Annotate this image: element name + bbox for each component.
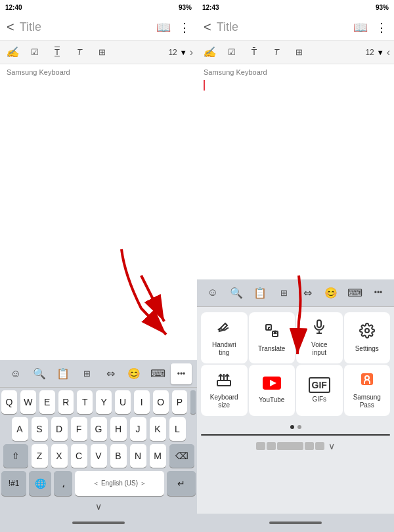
font-size-left[interactable]: 12 <box>168 48 177 57</box>
svg-rect-5 <box>317 320 321 327</box>
book-icon-right[interactable]: 📖 <box>353 20 368 35</box>
keyboard-expanded-panel: Handwriting Translate <box>197 307 394 514</box>
key-y[interactable]: Y <box>96 390 112 414</box>
table-tool-left[interactable]: ⊞ <box>93 44 110 61</box>
emoji-button-right[interactable]: ☺ <box>202 282 223 303</box>
key-x[interactable]: X <box>51 444 68 468</box>
back-button-right[interactable]: < <box>204 20 211 35</box>
sticker-button-left[interactable]: 😊 <box>123 363 144 384</box>
search-button-right[interactable]: 🔍 <box>226 282 247 303</box>
more-button-left[interactable]: ••• <box>171 363 192 384</box>
book-icon-left[interactable]: 📖 <box>156 20 171 35</box>
key-p[interactable]: P <box>172 390 188 414</box>
key-enter[interactable]: ↵ <box>167 471 196 496</box>
more-button-right[interactable]: ••• <box>368 282 389 303</box>
page-dots <box>197 421 394 432</box>
key-d[interactable]: D <box>51 417 68 441</box>
key-shift[interactable]: ⇧ <box>3 444 28 468</box>
kb-item-settings[interactable]: Settings <box>344 312 391 363</box>
back-button-left[interactable]: < <box>7 20 14 35</box>
emoji-button-left[interactable]: ☺ <box>5 363 26 384</box>
key-r[interactable]: R <box>58 390 74 414</box>
kb-item-gifs[interactable]: GIF GIFs <box>296 365 343 416</box>
search-button-left[interactable]: 🔍 <box>29 363 50 384</box>
key-space[interactable]: ＜ English (US) ＞ <box>75 471 164 496</box>
font-size-right[interactable]: 12 <box>365 48 374 57</box>
kb-item-voice[interactable]: Voiceinput <box>296 312 343 363</box>
key-q[interactable]: Q <box>1 390 17 414</box>
key-m[interactable]: M <box>150 444 166 468</box>
text-tool-left[interactable]: T <box>71 44 88 61</box>
key-l[interactable]: L <box>169 417 186 441</box>
resize-button-left[interactable]: ⇔ <box>100 363 121 384</box>
key-s[interactable]: S <box>32 417 48 441</box>
key-h[interactable]: H <box>110 417 127 441</box>
handwriting-label: Handwriting <box>212 341 236 357</box>
key-c[interactable]: C <box>71 444 87 468</box>
key-o[interactable]: O <box>153 390 169 414</box>
dot-2 <box>297 425 301 429</box>
doc-title-right[interactable]: Title <box>217 20 348 34</box>
strikethrough-tool-left[interactable]: T <box>49 44 66 61</box>
keyboard-left: Q W E R T Y U I O P A S D F G H J K L ⇧ … <box>0 388 197 514</box>
dot-1 <box>290 425 294 429</box>
hint-key-4 <box>315 442 324 450</box>
key-w[interactable]: W <box>20 390 36 414</box>
keyboard-toolbar-right: ☺ 🔍 📋 ⊞ ⇔ 😊 ⌨ ••• <box>197 279 394 307</box>
key-g[interactable]: G <box>91 417 107 441</box>
key-z[interactable]: Z <box>32 444 48 468</box>
kb-item-translate[interactable]: Translate <box>249 312 296 363</box>
layout-button-right[interactable]: ⊞ <box>273 282 294 303</box>
kb-item-keyboard-size[interactable]: Keyboardsize <box>201 365 248 416</box>
keyboard-button-left[interactable]: ⌨ <box>147 363 168 384</box>
keyboard-label-left: Samsung Keyboard <box>7 68 190 76</box>
key-n[interactable]: N <box>130 444 146 468</box>
key-k[interactable]: K <box>150 417 166 441</box>
check-tool-right[interactable]: ☑ <box>223 44 240 61</box>
doc-title-left[interactable]: Title <box>20 20 151 34</box>
menu-icon-left[interactable]: ⋮ <box>179 20 190 35</box>
key-f[interactable]: F <box>71 417 87 441</box>
battery-left: 93% <box>179 4 192 11</box>
samsung-pass-label: SamsungPass <box>353 394 381 409</box>
check-tool-left[interactable]: ☑ <box>26 44 43 61</box>
keyboard-chevron-right[interactable]: ∨ <box>328 441 335 451</box>
editor-right[interactable]: Samsung Keyboard <box>197 64 394 279</box>
table-tool-right[interactable]: ⊞ <box>290 44 307 61</box>
right-panel: 12:43 93% < Title 📖 ⋮ ✍ ☑ T̄ T ⊞ 12 ▼ ‹ … <box>197 0 394 532</box>
text-tool-right[interactable]: T <box>268 44 285 61</box>
keyboard-chevron-left[interactable]: ∨ <box>95 501 102 512</box>
sticker-button-right[interactable]: 😊 <box>320 282 341 303</box>
key-b[interactable]: B <box>110 444 127 468</box>
kb-item-youtube[interactable]: YouTube <box>249 365 296 416</box>
key-num[interactable]: !#1 <box>1 471 26 496</box>
keyboard-hint-row <box>256 442 324 450</box>
hint-space <box>277 442 303 450</box>
key-v[interactable]: V <box>91 444 107 468</box>
key-comma[interactable]: ، <box>54 471 72 496</box>
voice-label: Voiceinput <box>311 341 327 357</box>
hint-key-3 <box>305 442 314 450</box>
handwriting-tool-left[interactable]: ✍ <box>4 44 21 61</box>
handwriting-tool-right[interactable]: ✍ <box>201 44 218 61</box>
kb-item-handwriting[interactable]: Handwriting <box>201 312 248 363</box>
layout-button-left[interactable]: ⊞ <box>76 363 97 384</box>
key-e[interactable]: E <box>39 390 55 414</box>
keyboard-button-right[interactable]: ⌨ <box>344 282 365 303</box>
key-j[interactable]: J <box>130 417 146 441</box>
key-a[interactable]: A <box>12 417 28 441</box>
strikethrough-tool-right[interactable]: T̄ <box>246 44 263 61</box>
resize-button-right[interactable]: ⇔ <box>297 282 318 303</box>
status-bar-left: 12:40 93% <box>0 0 197 14</box>
key-backspace[interactable]: ⌫ <box>169 444 194 468</box>
key-i[interactable]: I <box>134 390 150 414</box>
menu-icon-right[interactable]: ⋮ <box>376 20 387 35</box>
key-globe[interactable]: 🌐 <box>29 471 51 496</box>
editor-left[interactable]: Samsung Keyboard <box>0 64 197 360</box>
key-t[interactable]: T <box>77 390 93 414</box>
clipboard-button-right[interactable]: 📋 <box>250 282 271 303</box>
key-u[interactable]: U <box>115 390 131 414</box>
kb-item-samsung-pass[interactable]: SamsungPass <box>344 365 391 416</box>
clipboard-button-left[interactable]: 📋 <box>53 363 74 384</box>
svg-point-6 <box>365 329 369 333</box>
